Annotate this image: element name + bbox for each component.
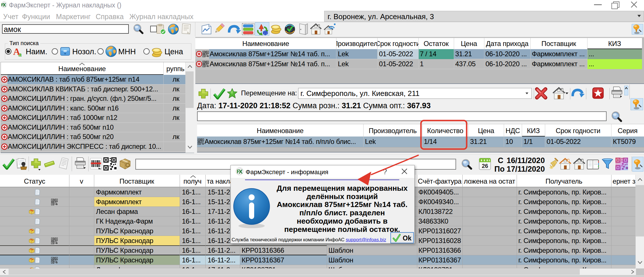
svg-text:X: X (3, 3, 6, 7)
svg-text:26: 26 (482, 163, 488, 169)
svg-text:X: X (239, 168, 243, 175)
